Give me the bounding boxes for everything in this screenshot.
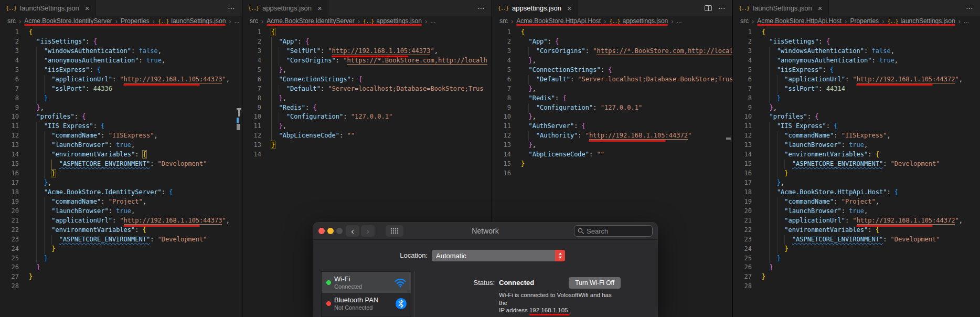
- line-number: 12: [492, 131, 511, 141]
- breadcrumb-item[interactable]: src: [740, 17, 749, 25]
- chevron-right-icon: ›: [845, 17, 847, 25]
- split-editor-icon[interactable]: [705, 5, 712, 11]
- breadcrumb-item[interactable]: Acme.BookStore.IdentityServer: [267, 17, 354, 25]
- zoom-window-button[interactable]: [336, 228, 343, 234]
- more-actions-icon[interactable]: ⋯: [477, 4, 485, 12]
- code-line: 14"environmentVariables": {: [0, 150, 242, 160]
- line-number: 15: [733, 160, 752, 169]
- line-number: 5: [733, 66, 752, 75]
- close-icon[interactable]: ×: [317, 4, 322, 13]
- turn-wifi-off-button[interactable]: Turn Wi-Fi Off: [569, 277, 621, 289]
- code-line: 12"AbpLicenseCode": "": [242, 131, 492, 141]
- line-number: 3: [733, 47, 752, 56]
- tab-bar: {..}launchSettings.json×⋯: [0, 0, 242, 16]
- location-select[interactable]: Automatic: [432, 250, 565, 261]
- service-row-wi-fi[interactable]: Wi-FiConnected: [322, 272, 411, 293]
- tab-appsettings.json[interactable]: {..}appsettings.json×: [492, 0, 578, 16]
- breadcrumb-item[interactable]: Properties: [850, 17, 879, 25]
- line-number: 9: [242, 103, 261, 113]
- breadcrumb-item[interactable]: ...: [677, 17, 682, 25]
- code-line: 22"environmentVariables": {: [0, 226, 242, 235]
- more-actions-icon[interactable]: ⋯: [718, 4, 726, 12]
- show-all-preferences-button[interactable]: [386, 225, 403, 237]
- code-line: 15}: [492, 160, 732, 169]
- line-number: 1: [0, 28, 19, 37]
- line-number: 8: [242, 94, 261, 103]
- more-actions-icon[interactable]: ⋯: [228, 4, 236, 12]
- code-line: 4"CorsOrigins": "https://*.BookStore.com…: [242, 56, 492, 66]
- more-actions-icon[interactable]: ⋯: [966, 4, 974, 12]
- code-line: 19"commandName": "Project",: [0, 197, 242, 207]
- breadcrumb-item[interactable]: appsettings.json: [623, 17, 668, 25]
- breadcrumb-item[interactable]: src: [499, 17, 508, 25]
- close-window-button[interactable]: [318, 228, 325, 234]
- breadcrumb-item[interactable]: src: [7, 17, 16, 25]
- window-title: Network: [472, 227, 498, 235]
- breadcrumb-item[interactable]: launchSettings.json: [901, 17, 955, 25]
- code-line: 18"Acme.BookStore.HttpApi.Host": {: [733, 188, 980, 197]
- tab-bar: {..}launchSettings.json×⋯: [733, 0, 980, 16]
- line-number: 16: [0, 169, 19, 178]
- back-button[interactable]: ‹: [346, 225, 359, 237]
- search-field[interactable]: Search: [574, 225, 653, 237]
- line-number: 21: [0, 216, 19, 226]
- tab-appsettings.json[interactable]: {..}appsettings.json×: [242, 0, 328, 16]
- line-number: 1: [733, 28, 752, 37]
- breadcrumb-item[interactable]: src: [250, 17, 258, 25]
- chevron-right-icon: ›: [115, 17, 118, 25]
- close-icon[interactable]: ×: [567, 4, 572, 13]
- wifi-info-text: Wi-Fi is connected to VolosoftWifi and h…: [499, 291, 615, 314]
- breadcrumb-item[interactable]: Acme.BookStore.IdentityServer: [24, 17, 112, 25]
- status-label: Status:: [415, 279, 495, 287]
- code-editor[interactable]: 1{2"iisSettings": {3"windowsAuthenticati…: [733, 26, 980, 315]
- search-placeholder: Search: [587, 227, 608, 235]
- screen: {..}launchSettings.json×⋯src›Acme.BookSt…: [0, 0, 980, 317]
- code-line: 6"ConnectionStrings": {: [242, 75, 492, 84]
- close-icon[interactable]: ×: [818, 4, 823, 13]
- code-line: 6"Default": "Server=localhost;Database=B…: [492, 75, 732, 84]
- breadcrumb-item[interactable]: Properties: [121, 17, 150, 25]
- code-line: 12"Authority": "http://192.168.1.105:443…: [492, 131, 732, 141]
- code-line: 7},: [492, 84, 732, 94]
- breadcrumb-annotated: Acme.BookStore.IdentityServer›{..}appset…: [267, 17, 422, 25]
- line-number: 24: [733, 245, 752, 254]
- forward-button[interactable]: ›: [361, 225, 375, 237]
- code-line: 11"IIS Express": {: [0, 122, 242, 131]
- code-line: 13"launchBrowser": true,: [733, 141, 980, 150]
- tab-actions: ⋯: [966, 0, 980, 16]
- line-number: 23: [0, 235, 19, 245]
- json-file-icon: {..}: [363, 18, 374, 24]
- status-dot: [326, 301, 331, 306]
- minimize-window-button[interactable]: [327, 228, 334, 234]
- service-row-bluetooth-pan[interactable]: Bluetooth PANNot Connected: [322, 293, 411, 314]
- code-line: 15"ASPNETCORE_ENVIRONMENT": "Development…: [733, 160, 980, 169]
- window-titlebar[interactable]: ‹ › Network Search: [313, 223, 657, 240]
- breadcrumb-item[interactable]: ...: [964, 17, 969, 25]
- code-line: 3"SelfUrl": "http://192.168.1.105:44373"…: [242, 47, 492, 56]
- line-number: 1: [242, 28, 261, 37]
- line-number: 9: [492, 103, 511, 113]
- breadcrumb-item[interactable]: appsettings.json: [376, 17, 422, 25]
- close-icon[interactable]: ×: [85, 4, 90, 13]
- line-number: 4: [492, 56, 511, 66]
- breadcrumb-item[interactable]: Acme.BookStore.HttpApi.Host: [757, 17, 841, 25]
- breadcrumb-item[interactable]: Acme.BookStore.HttpApi.Host: [516, 17, 601, 25]
- code-line: 10"Configuration": "127.0.0.1": [242, 112, 492, 122]
- service-name: Bluetooth PAN: [334, 296, 396, 304]
- breadcrumb: src›Acme.BookStore.IdentityServer›Proper…: [0, 16, 242, 26]
- tab-launchSettings.json[interactable]: {..}launchSettings.json×: [733, 0, 829, 16]
- tab-launchSettings.json[interactable]: {..}launchSettings.json×: [0, 0, 96, 16]
- chevron-right-icon: ›: [958, 17, 961, 25]
- location-label: Location:: [313, 251, 428, 259]
- overview-ruler-cursor-mark: [237, 118, 239, 123]
- breadcrumb-item[interactable]: ...: [430, 17, 435, 25]
- tab-bar: {..}appsettings.json×⋯: [242, 0, 492, 16]
- breadcrumb-item[interactable]: launchSettings.json: [171, 17, 226, 25]
- breadcrumb-item[interactable]: ...: [235, 17, 240, 25]
- ip-address: 192.168.1.105.: [529, 307, 570, 313]
- code-line: 1{: [492, 28, 732, 37]
- code-editor[interactable]: 1{2"iisSettings": {3"windowsAuthenticati…: [0, 26, 242, 315]
- line-number: 6: [492, 75, 511, 84]
- code-line: 2"App": {: [492, 37, 732, 47]
- chevron-right-icon: ›: [604, 17, 606, 25]
